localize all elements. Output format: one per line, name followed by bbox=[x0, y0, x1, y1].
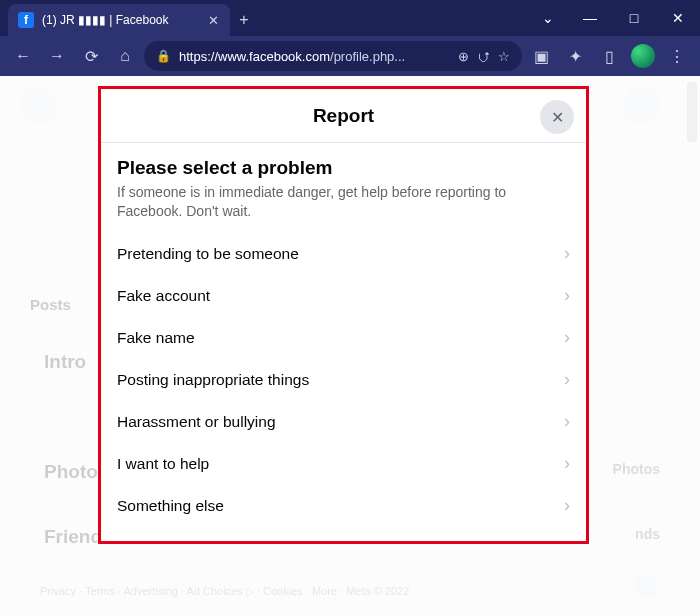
chevron-right-icon: › bbox=[564, 411, 570, 432]
bookmark-star-icon[interactable]: ☆ bbox=[498, 49, 510, 64]
extensions-icon[interactable]: ✦ bbox=[560, 41, 590, 71]
modal-body: Please select a problem If someone is in… bbox=[101, 143, 586, 541]
report-option-something-else[interactable]: Something else › bbox=[117, 485, 570, 527]
forward-button[interactable]: → bbox=[42, 41, 72, 71]
modal-header: Report ✕ bbox=[101, 89, 586, 143]
browser-toolbar: ← → ⟳ ⌂ 🔒 https://www.facebook.com/profi… bbox=[0, 36, 700, 76]
section-title: Please select a problem bbox=[117, 157, 570, 179]
chevron-right-icon: › bbox=[564, 285, 570, 306]
lock-icon: 🔒 bbox=[156, 49, 171, 63]
section-subtitle: If someone is in immediate danger, get h… bbox=[117, 183, 570, 221]
report-modal: Report ✕ Please select a problem If some… bbox=[101, 89, 586, 541]
home-button[interactable]: ⌂ bbox=[110, 41, 140, 71]
report-option-want-help[interactable]: I want to help › bbox=[117, 443, 570, 485]
modal-title: Report bbox=[313, 105, 374, 127]
share-icon[interactable]: ⮍ bbox=[477, 49, 490, 64]
option-label: Harassment or bullying bbox=[117, 413, 276, 431]
chevron-right-icon: › bbox=[564, 495, 570, 516]
option-label: I want to help bbox=[117, 455, 209, 473]
facebook-favicon: f bbox=[18, 12, 34, 28]
window-titlebar: f (1) JR ▮▮▮▮ | Facebook ✕ + ⌄ — □ ✕ bbox=[0, 0, 700, 36]
window-close-button[interactable]: ✕ bbox=[656, 0, 700, 36]
close-tab-icon[interactable]: ✕ bbox=[206, 13, 220, 27]
zoom-icon[interactable]: ⊕ bbox=[458, 49, 469, 64]
back-button[interactable]: ← bbox=[8, 41, 38, 71]
window-maximize-button[interactable]: □ bbox=[612, 0, 656, 36]
tabs-dropdown-icon[interactable]: ⌄ bbox=[528, 0, 568, 36]
url-text: https://www.facebook.com/profile.php... bbox=[179, 49, 450, 64]
profile-avatar[interactable] bbox=[628, 41, 658, 71]
option-label: Pretending to be someone bbox=[117, 245, 299, 263]
option-label: Fake name bbox=[117, 329, 195, 347]
modal-close-button[interactable]: ✕ bbox=[540, 100, 574, 134]
new-tab-button[interactable]: + bbox=[230, 4, 258, 36]
chevron-right-icon: › bbox=[564, 243, 570, 264]
option-label: Fake account bbox=[117, 287, 210, 305]
sidepanel-icon[interactable]: ▯ bbox=[594, 41, 624, 71]
tab-title: (1) JR ▮▮▮▮ | Facebook bbox=[42, 13, 198, 27]
report-option-inappropriate[interactable]: Posting inappropriate things › bbox=[117, 359, 570, 401]
report-option-pretending[interactable]: Pretending to be someone › bbox=[117, 233, 570, 275]
address-bar[interactable]: 🔒 https://www.facebook.com/profile.php..… bbox=[144, 41, 522, 71]
option-label: Posting inappropriate things bbox=[117, 371, 309, 389]
chevron-right-icon: › bbox=[564, 369, 570, 390]
chevron-right-icon: › bbox=[564, 327, 570, 348]
report-modal-highlight: Report ✕ Please select a problem If some… bbox=[98, 86, 589, 544]
reading-list-icon[interactable]: ▣ bbox=[526, 41, 556, 71]
avatar bbox=[631, 44, 655, 68]
chevron-right-icon: › bbox=[564, 453, 570, 474]
reload-button[interactable]: ⟳ bbox=[76, 41, 106, 71]
window-minimize-button[interactable]: — bbox=[568, 0, 612, 36]
browser-menu-icon[interactable]: ⋮ bbox=[662, 41, 692, 71]
report-option-harassment[interactable]: Harassment or bullying › bbox=[117, 401, 570, 443]
report-option-fake-name[interactable]: Fake name › bbox=[117, 317, 570, 359]
close-icon: ✕ bbox=[551, 108, 564, 127]
option-label: Something else bbox=[117, 497, 224, 515]
window-controls: ⌄ — □ ✕ bbox=[528, 0, 700, 36]
browser-tab[interactable]: f (1) JR ▮▮▮▮ | Facebook ✕ bbox=[8, 4, 230, 36]
report-option-fake-account[interactable]: Fake account › bbox=[117, 275, 570, 317]
